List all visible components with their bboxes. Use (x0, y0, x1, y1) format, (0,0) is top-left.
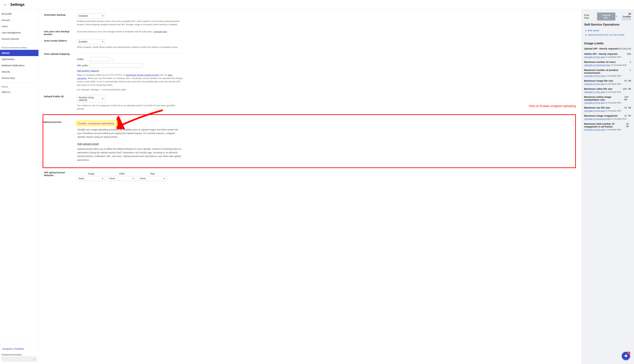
api-defaults-label: API upload preset defaults: (44, 171, 77, 181)
sidebar-item-optimization[interactable]: Optimization (0, 56, 39, 62)
limit-item: Maximum online image manipulation size10… (584, 96, 631, 104)
upload-from-bucket-link[interactable]: ▶Upload directly from my own bucket (584, 33, 631, 37)
auto-create-label: Auto-create folders: (44, 39, 77, 49)
sidebar-item-user-management[interactable]: User Management (0, 30, 39, 36)
limit-item: Maximum image megapixels25 MPUpgrade to … (584, 114, 631, 120)
api-col-raw: Raw (138, 172, 167, 175)
page-title: Settings (10, 2, 25, 7)
limit-value: 10 MB (624, 106, 631, 109)
limit-name: Maximum raw file size (584, 106, 610, 109)
caret-down-icon: ▼ (102, 98, 104, 100)
enable-unsigned-uploading-link[interactable]: Enable unsigned uploading (78, 122, 114, 125)
limit-name: Maximum image file size (584, 79, 613, 82)
credits-sub: 0.22 (1%) (619, 18, 631, 20)
upgrade-limit-link[interactable]: Upgrade to Plus plan (584, 56, 605, 58)
navigation-feedback-link[interactable]: Navigation Feedback (0, 346, 39, 352)
fab-badge: 1 (627, 352, 630, 354)
sidebar-item-account-security[interactable]: Account Security (0, 36, 39, 42)
upgrade-limit-link[interactable]: Upgrade to Plus plan (584, 110, 605, 112)
url-prefix-input[interactable] (90, 63, 142, 68)
limit-item: Maximum number of users3Upgrade to Advan… (584, 60, 631, 66)
sidebar-section-explore: Explore (0, 84, 39, 89)
whitelisted-bucket-link[interactable]: whitelisted private storage bucket (126, 74, 159, 76)
upgrade-limit-link[interactable]: Upgrade to Plus plan (584, 102, 605, 104)
upgrade-plan-link[interactable]: Upgrade plan (154, 30, 167, 33)
upgrade-limit-link[interactable]: Upgrade to Plus plan (584, 128, 605, 131)
sidebar: My profile Account Users User Management… (0, 10, 39, 364)
default-pubid-select[interactable]: Random string (default)▼ (77, 95, 105, 102)
sidebar-item-upload[interactable]: Upload (0, 50, 39, 56)
sidebar-item-my-profile[interactable]: My profile (0, 11, 39, 17)
sidebar-item-security[interactable]: Security (0, 68, 39, 75)
product-env-select[interactable]: ⌄ (2, 356, 37, 362)
upgrade-plan-button[interactable]: Upgrade plan (597, 12, 615, 20)
sidebar-item-add-ons[interactable]: Add-ons (0, 89, 39, 95)
auto-upload-example: For example: myfolder -> s3://my-bucket/… (77, 88, 183, 91)
automatic-backup-desc: Enabling automatic backup means that eve… (77, 20, 183, 26)
caret-down-icon: ▼ (102, 178, 104, 180)
help-fab-button[interactable]: 1 (622, 352, 630, 360)
auto-create-select[interactable]: Enabled▼ (77, 39, 105, 44)
credits-icon: ✦ (615, 15, 618, 18)
url-prefix-label: URL prefix: (77, 64, 89, 67)
limit-value: 10 MB (624, 80, 631, 82)
api-video-select[interactable]: None▼ (108, 176, 136, 181)
automatic-backup-select[interactable]: Disabled▼ (77, 13, 105, 18)
upload-presets-para1: Simplify your image uploading procedure … (76, 128, 182, 139)
api-raw-select[interactable]: None▼ (138, 176, 167, 181)
caret-down-icon: ▼ (102, 15, 104, 17)
api-col-video: Video (108, 172, 136, 175)
limit-value: 1 (630, 69, 631, 72)
annotation-text: Click on Enable unsigned uploading (529, 104, 576, 108)
upgrade-limit-link[interactable]: Upgrade to Advanced plan (584, 118, 610, 120)
api-image-select[interactable]: None▼ (77, 176, 105, 181)
arrow-right-icon: → (110, 58, 114, 60)
caret-down-icon: ▼ (102, 41, 104, 43)
sidebar-item-users[interactable]: Users (0, 23, 39, 30)
highlight-yellow: Enable unsigned uploading (76, 120, 118, 126)
triangle-right-icon: ▶ (585, 34, 587, 36)
limit-item: Upload API - Hourly requestsUnlimited (584, 47, 631, 50)
limit-value: 100 MB (623, 88, 631, 90)
triangle-right-icon: ▶ (585, 30, 587, 32)
upgrade-limit-link[interactable]: Upgrade to Advanced plan (584, 64, 610, 66)
limit-value: 100 MB (624, 96, 631, 101)
back-arrow-icon[interactable]: ← (3, 2, 7, 7)
limit-item: Maximum video file size100 MBUpgrade to … (584, 88, 631, 93)
default-pubid-label: Default Public ID: (44, 95, 77, 111)
upgrade-limit-link[interactable]: Upgrade to Plus plan (584, 83, 605, 85)
limit-value: 3 (630, 61, 631, 64)
own-bucket-desc: Automatic backup to your own storage buc… (77, 30, 154, 33)
product-env-label: Product Environment (0, 352, 39, 356)
own-bucket-label: Use your own backup bucket: (44, 30, 77, 36)
limit-value: Unlimited (618, 48, 631, 50)
highlight-annotation: Upload presets: Enable unsigned uploadin… (43, 114, 576, 168)
chevron-down-icon: ⌄ (33, 358, 35, 360)
limit-value: 500 (627, 53, 631, 56)
credits-label: 25 Credits (619, 12, 631, 18)
add-upload-preset-link[interactable]: Add upload preset (77, 142, 99, 146)
sidebar-item-webhook-notifications[interactable]: Webhook Notifications (0, 62, 39, 68)
upgrade-limit-link[interactable]: Upgrade to Plus plan (584, 91, 605, 93)
limit-item: Maximum image file size10 MBUpgrade to P… (584, 79, 631, 85)
limit-name: Maximum image megapixels (584, 114, 618, 117)
limit-name: Upload API - Hourly requests (584, 47, 618, 50)
auto-create-desc: When enabled, media library folders are … (77, 46, 183, 49)
add-another-mapping-link[interactable]: Add another mapping (77, 70, 99, 72)
sidebar-item-account[interactable]: Account (0, 17, 39, 23)
bulk-delete-link[interactable]: ▶Bulk delete (584, 28, 631, 33)
upgrade-limit-link[interactable]: Upgrade to Plus plan (584, 74, 605, 77)
limit-name: Maximum online image manipulation size (584, 96, 624, 101)
usage-limits-heading: Usage Limits (584, 42, 631, 45)
folder-label: Folder: (77, 58, 89, 60)
limit-name: Maximum video file size (584, 88, 612, 90)
limit-value: 25 MP (624, 115, 631, 117)
limit-name: Maximum number of product environments (584, 68, 630, 74)
main-content: Automatic backup: Disabled▼ Enabling aut… (39, 10, 581, 364)
limit-name: Maximum total number of megapixels in al… (584, 122, 626, 128)
sidebar-item-access-keys[interactable]: Access Keys (0, 75, 39, 81)
divider (2, 82, 37, 83)
caret-down-icon: ▼ (132, 178, 134, 180)
limit-item: Maximum total number of megapixels in al… (584, 122, 631, 131)
folder-input[interactable] (90, 57, 109, 62)
